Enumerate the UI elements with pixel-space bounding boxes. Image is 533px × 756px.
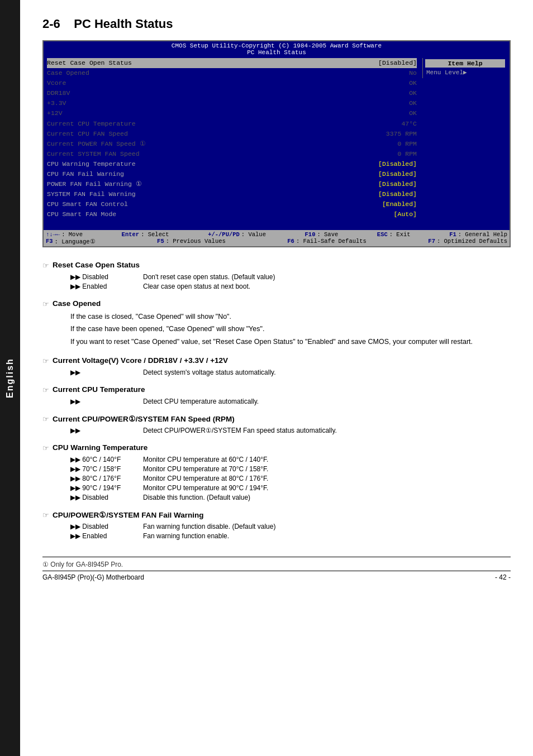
bios-footer-row1: ↑↓→←: MoveEnter: Select+/-/PU/PD: ValueF…	[46, 231, 507, 238]
sub-item: ▶▶ 60°C / 140°FMonitor CPU temperature a…	[70, 456, 511, 463]
sub-desc: Detect CPU temperature automatically.	[143, 398, 259, 405]
item-help-box: Item Help Menu Level▶	[422, 58, 507, 78]
sub-bullet: ▶▶	[70, 427, 143, 434]
bios-screen: CMOS Setup Utility-Copyright (C) 1984-20…	[42, 40, 511, 247]
sub-desc: Monitor CPU temperature at 90°C / 194°F.	[143, 484, 268, 492]
bios-row: +3.3VOK	[47, 98, 417, 108]
sub-desc: Disable this function. (Default value)	[143, 494, 250, 501]
bios-row: CPU Smart FAN Mode[Auto]	[47, 209, 417, 219]
section-title: Current CPU/POWER①/SYSTEM FAN Speed (RPM…	[53, 414, 235, 423]
bios-row: Current CPU FAN Speed3375 RPM	[47, 129, 417, 139]
section-title: Case Opened	[53, 299, 101, 308]
item-help-content: Menu Level▶	[425, 68, 505, 77]
section-reset-case: ☞Reset Case Open Status▶▶ DisabledDon't …	[42, 261, 511, 290]
page-title: 2-6 PC Health Status	[42, 17, 511, 31]
bios-spacer	[47, 220, 417, 229]
section-icon: ☞	[42, 300, 49, 308]
footer-item: ↑↓→←: Move	[46, 231, 83, 238]
page-footer: GA-8I945P (Pro)(-G) Motherboard - 42 -	[42, 571, 511, 581]
section-heading: ☞Reset Case Open Status	[42, 261, 511, 270]
bios-row: +12VOK	[47, 108, 417, 118]
title-text: PC Health Status	[74, 17, 173, 31]
sub-item: ▶▶ DisabledDisable this function. (Defau…	[70, 494, 511, 501]
footer-item: F3: Language①	[46, 238, 96, 245]
sub-bullet: ▶▶	[70, 398, 143, 405]
bios-rows: Reset Case Open Status[Disabled]Case Ope…	[47, 58, 417, 220]
bios-row: SYSTEM FAN Fail Warning[Disabled]	[47, 189, 417, 199]
section-heading: ☞Current Voltage(V) Vcore / DDR18V / +3.…	[42, 356, 511, 365]
bios-body: Reset Case Open Status[Disabled]Case Ope…	[44, 57, 510, 230]
sidebar: English	[0, 0, 20, 756]
sub-bullet: ▶▶ 60°C / 140°F	[70, 456, 143, 463]
bios-footer-row2: F3: Language①F5: Previous ValuesF6: Fail…	[46, 238, 507, 245]
sub-item: ▶▶Detect system's voltage status automat…	[70, 369, 511, 376]
bios-row: DDR18VOK	[47, 88, 417, 98]
sidebar-label: English	[5, 358, 15, 398]
section-heading: ☞CPU Warning Temperature	[42, 443, 511, 452]
sub-item: ▶▶ DisabledFan warning function disable.…	[70, 523, 511, 530]
sub-bullet: ▶▶ Enabled	[70, 283, 143, 290]
bios-left-panel: Reset Case Open Status[Disabled]Case Ope…	[44, 57, 420, 230]
sub-bullet: ▶▶ 80°C / 176°F	[70, 475, 143, 482]
sub-items: ▶▶ DisabledDon't reset case open status.…	[70, 273, 511, 290]
section-heading: ☞Current CPU/POWER①/SYSTEM FAN Speed (RP…	[42, 414, 511, 423]
sub-desc: Monitor CPU temperature at 70°C / 158°F.	[143, 465, 268, 473]
footnote-note: ① Only for GA-8I945P Pro.	[42, 561, 123, 568]
footnote: ① Only for GA-8I945P Pro.	[42, 557, 511, 568]
bios-row: Current POWER FAN Speed ①0 RPM	[47, 139, 417, 149]
footer-item: F6: Fail-Safe Defaults	[287, 238, 367, 245]
bios-row: POWER FAN Fail Warning ①[Disabled]	[47, 179, 417, 189]
bios-header-line1: CMOS Setup Utility-Copyright (C) 1984-20…	[46, 42, 507, 49]
sub-item: ▶▶ 70°C / 158°FMonitor CPU temperature a…	[70, 465, 511, 473]
section-icon: ☞	[42, 357, 49, 365]
bios-header-line2: PC Health Status	[46, 49, 507, 56]
section-icon: ☞	[42, 511, 49, 519]
bios-header: CMOS Setup Utility-Copyright (C) 1984-20…	[44, 41, 510, 57]
sub-bullet: ▶▶ Disabled	[70, 523, 143, 530]
sub-items: ▶▶ 60°C / 140°FMonitor CPU temperature a…	[70, 456, 511, 501]
sub-desc: Monitor CPU temperature at 80°C / 176°F.	[143, 475, 268, 482]
footer-item: Enter: Select	[122, 231, 169, 238]
bios-row: VcoreOK	[47, 78, 417, 88]
sub-item: ▶▶Detect CPU temperature automatically.	[70, 398, 511, 405]
para-content: If you want to reset "Case Opened" value…	[70, 337, 511, 347]
sub-item: ▶▶ EnabledClear case open status at next…	[70, 283, 511, 290]
sub-desc: Fan warning function enable.	[143, 532, 229, 540]
sub-desc: Detect system's voltage status automatic…	[143, 369, 276, 376]
title-number: 2-6	[42, 17, 60, 31]
footer-item: F1: General Help	[449, 231, 507, 238]
sub-bullet: ▶▶ 70°C / 158°F	[70, 465, 143, 473]
bios-row: Current SYSTEM FAN Speed0 RPM	[47, 149, 417, 159]
sub-item: ▶▶ 90°C / 194°FMonitor CPU temperature a…	[70, 484, 511, 492]
sub-items: ▶▶ DisabledFan warning function disable.…	[70, 523, 511, 540]
section-title: Current Voltage(V) Vcore / DDR18V / +3.3…	[53, 356, 228, 365]
section-cpu-warning-temp: ☞CPU Warning Temperature▶▶ 60°C / 140°FM…	[42, 443, 511, 501]
bios-row: CPU FAN Fail Warning[Disabled]	[47, 169, 417, 179]
item-help-title: Item Help	[425, 59, 505, 68]
sub-desc: Clear case open status at next boot.	[143, 283, 250, 290]
sub-item: ▶▶ EnabledFan warning function enable.	[70, 532, 511, 540]
para-content: If the case is closed, "Case Opened" wil…	[70, 312, 511, 322]
section-title: CPU Warning Temperature	[53, 443, 147, 452]
footer-item: F10: Save	[305, 231, 339, 238]
section-heading: ☞Current CPU Temperature	[42, 385, 511, 394]
footer-right: - 42 -	[495, 573, 511, 581]
footer-item: ESC: Exit	[377, 231, 411, 238]
sub-bullet: ▶▶ 90°C / 194°F	[70, 484, 143, 492]
sub-item: ▶▶ 80°C / 176°FMonitor CPU temperature a…	[70, 475, 511, 482]
sub-bullet: ▶▶ Disabled	[70, 494, 143, 501]
sub-item: ▶▶ DisabledDon't reset case open status.…	[70, 273, 511, 281]
section-heading: ☞Case Opened	[42, 299, 511, 308]
main-content: 2-6 PC Health Status CMOS Setup Utility-…	[20, 0, 533, 604]
bios-row: CPU Warning Temperature[Disabled]	[47, 159, 417, 169]
sub-item: ▶▶Detect CPU/POWER①/SYSTEM Fan speed sta…	[70, 427, 511, 434]
section-fan-fail: ☞CPU/POWER①/SYSTEM FAN Fail Warning▶▶ Di…	[42, 510, 511, 540]
section-cpu-temp: ☞Current CPU Temperature▶▶Detect CPU tem…	[42, 385, 511, 405]
bios-row: Current CPU Temperature47°C	[47, 119, 417, 129]
sub-desc: Fan warning function disable. (Default v…	[143, 523, 275, 530]
sub-bullet: ▶▶ Disabled	[70, 273, 143, 281]
section-heading: ☞CPU/POWER①/SYSTEM FAN Fail Warning	[42, 510, 511, 519]
bios-right-panel: Item Help Menu Level▶	[420, 57, 510, 230]
sub-items: ▶▶Detect CPU temperature automatically.	[70, 398, 511, 405]
sub-bullet: ▶▶	[70, 369, 143, 376]
